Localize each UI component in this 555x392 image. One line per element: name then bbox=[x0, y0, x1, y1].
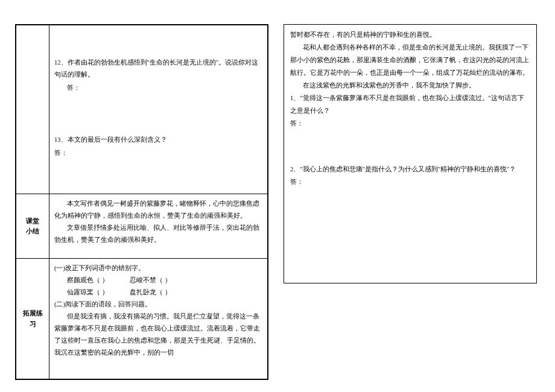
section2-content: 本文写作者偶见一树盛开的紫藤萝花，睹物释怀，心中的悲痛焦虑化为精神的宁静，感悟到… bbox=[49, 194, 268, 259]
section3-label: 拓展练习 bbox=[23, 309, 43, 327]
section1-content: 12、作者由花的勃勃生机感悟到"生命的长河是无止境的"。说说你对这句话的理解。 … bbox=[49, 25, 268, 194]
summary-p1: 本文写作者偶见一树盛开的紫藤萝花，睹物释怀，心中的悲痛焦虑化为精神的宁静，感悟到… bbox=[54, 198, 262, 222]
left-table: 12、作者由花的勃勃生机感悟到"生命的长河是无止境的"。说说你对这句话的理解。 … bbox=[16, 25, 268, 379]
ex1-row2: 仙露琼桨（ ） 盘扎卧龙（ ） bbox=[54, 286, 262, 299]
question-13: 13、本文的最后一段有什么深刻含义？ bbox=[54, 134, 262, 146]
ex1-item3: 仙露琼桨（ ） bbox=[67, 289, 109, 296]
ex2-passage: 但是我没有摘，我没有摘花的习惯。我只是伫立凝望，觉得这一条紫藤萝瀑布不只是在我眼… bbox=[54, 311, 262, 359]
summary-p2: 文章借景抒情多处运用比喻、拟人、对比等修辞手法，突出花的勃勃生机，赞美了生命的顽… bbox=[54, 222, 262, 246]
ex1-item4: 盘扎卧龙（ ） bbox=[130, 289, 171, 296]
right-column: 暂时都不存在，有的只是精神的宁静和生的喜悦。 花和人都会遇到各种各样的不幸，但是… bbox=[284, 24, 537, 283]
ex1-intro: (一)改正下列词语中的错别字。 bbox=[54, 262, 262, 274]
section3-label-cell: 拓展练习 bbox=[16, 259, 49, 379]
section3-content: (一)改正下列词语中的错别字。 察颜观色（ ） 忍峻不禁（ ） 仙露琼桨（ ） … bbox=[49, 259, 268, 379]
question-12: 12、作者由花的勃勃生机感悟到"生命的长河是无止境的"。说说你对这句话的理解。 bbox=[54, 57, 262, 81]
right-q1: 1、"觉得这一条紫藤萝瀑布不只是在我眼前，也在我心上缓缓流过。"这句话言下之意是… bbox=[290, 92, 530, 117]
ex1-item2: 忍峻不禁（ ） bbox=[130, 277, 171, 283]
right-p1: 暂时都不存在，有的只是精神的宁静和生的喜悦。 bbox=[290, 28, 530, 41]
left-column: 12、作者由花的勃勃生机感悟到"生命的长河是无止境的"。说说你对这句话的理解。 … bbox=[15, 24, 268, 380]
right-p2: 花和人都会遇到各种各样的不幸，但是生命的长河是无止境的。我抚摸了一下那小小的紫色… bbox=[290, 41, 530, 79]
section2-label-cell: 课堂 小结 bbox=[16, 194, 49, 259]
right-p3: 在这浅紫色的光辉和浅紫色的芳香中，我不觉加快了脚步。 bbox=[290, 79, 530, 92]
ex2-intro: (二)阅读下面的语段，回答问题。 bbox=[54, 299, 262, 311]
right-table: 暂时都不存在，有的只是精神的宁静和生的喜悦。 花和人都会遇到各种各样的不幸，但是… bbox=[284, 25, 536, 283]
right-content: 暂时都不存在，有的只是精神的宁静和生的喜悦。 花和人都会遇到各种各样的不幸，但是… bbox=[284, 25, 536, 283]
right-q1-answer: 答： bbox=[290, 117, 530, 130]
section2-label: 课堂 小结 bbox=[26, 217, 39, 235]
ex1-item1: 察颜观色（ ） bbox=[67, 277, 109, 283]
ex1-row1: 察颜观色（ ） 忍峻不禁（ ） bbox=[54, 274, 262, 286]
right-q2: 2、"我心上的焦虑和悲痛"是指什么？为什么又感到"精神的宁静和生的喜悦"？ bbox=[290, 163, 530, 175]
question-12-answer: 答： bbox=[54, 82, 262, 94]
section1-label-cell bbox=[16, 25, 49, 194]
right-q2-answer: 答： bbox=[290, 175, 530, 188]
question-13-answer: 答： bbox=[54, 147, 262, 159]
